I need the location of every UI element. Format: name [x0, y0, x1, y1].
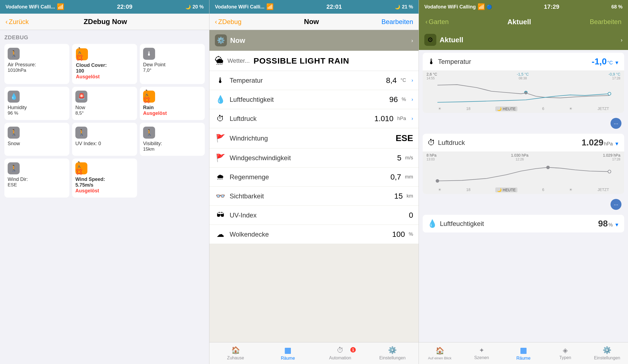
- zuhause-label-2: Zuhause: [227, 356, 244, 360]
- luftdruck-unit: hPa: [397, 116, 406, 121]
- ll-18: 18: [466, 187, 471, 192]
- row-windgeschwindigkeit: 🚩 Windgeschwindigkeit 5 m/s: [209, 148, 419, 168]
- temp-card-icon: 🌡: [428, 57, 435, 66]
- tab-auf-einen-blick[interactable]: 🏠 Auf einen Blick: [419, 347, 461, 360]
- card-snow: 🚶 Snow: [4, 123, 69, 156]
- auf-einen-blick-icon: 🏠: [436, 347, 444, 355]
- temp-chart-time-labels: ☀ 18 🌙 HEUTE 6 ☀ JETZT: [425, 106, 621, 112]
- einstellungen-label-3: Einstellungen: [594, 356, 620, 360]
- wifi-icon-3: 📶: [478, 3, 485, 10]
- einstellungen-label-2: Einstellungen: [379, 356, 405, 360]
- luftdruck-more-button[interactable]: ···: [611, 199, 621, 210]
- dew-point-icon: 🌡: [143, 48, 155, 60]
- status-bar-2: Vodafone WiFi Calli... 📶 22:01 🌙 21 %: [209, 0, 419, 14]
- temp-more-container: ···: [419, 116, 628, 131]
- temp-card-value-group: -1,0 °C ▼: [592, 56, 619, 67]
- luftdruck-chart-svg: [425, 161, 621, 186]
- temp-chart-container: 2,6 °C 14:55 -1,5 °C 08:38 -0,9 °C 17:28: [423, 70, 624, 113]
- row-luftfeuchtigkeit[interactable]: 💧 Luftfeuchtigkeit 96 % ›: [209, 90, 419, 109]
- nav-action-2[interactable]: Bearbeiten: [381, 18, 413, 26]
- ll-sun1: ☀: [438, 187, 442, 192]
- luftfeuchtigkeit-card-value-group: 98 % ▼: [598, 219, 619, 229]
- temp-card-value: -1,0: [592, 56, 607, 67]
- back-button-2[interactable]: ‹ ZDebug: [215, 18, 241, 26]
- svg-point-2: [525, 92, 527, 94]
- luftfeuchtigkeit-card-unit: %: [608, 222, 613, 228]
- card-empty: [140, 159, 205, 198]
- svg-point-5: [436, 180, 439, 183]
- row-temperatur[interactable]: 🌡 Temperatur 8,4 °C ›: [209, 71, 419, 90]
- luftdruck-card-label: Luftdruck: [438, 139, 465, 147]
- tab-szenen[interactable]: ✦ Szenen: [461, 347, 502, 360]
- back-button-1[interactable]: ‹ Zurück: [5, 18, 29, 26]
- temperatur-value: 8,4: [386, 76, 397, 85]
- windgeschwindigkeit-label: Windgeschwindigkeit: [230, 154, 393, 162]
- weather-banner-label: Wetter...: [227, 57, 250, 64]
- raeume-label-2: Räume: [281, 356, 295, 361]
- card-rain: 🚶💢 Rain Ausgelöst: [140, 87, 205, 120]
- windgeschwindigkeit-unit: m/s: [405, 155, 413, 161]
- typen-icon: ◈: [563, 347, 568, 354]
- row-luftdruck[interactable]: ⏱ Luftdruck 1.010 hPa ›: [209, 109, 419, 128]
- ll-6: 6: [542, 187, 544, 192]
- luftfeuchtigkeit-dropdown-icon[interactable]: ▼: [614, 222, 619, 228]
- card-humidity: 💧 Humidity 96 %: [4, 87, 69, 120]
- row-wolkendecke: ☁ Wolkendecke 100 %: [209, 225, 419, 244]
- luftdruck-dropdown-icon[interactable]: ▼: [614, 141, 619, 147]
- wind-speed-icon: 🚶💢: [75, 162, 87, 174]
- tab-einstellungen-3[interactable]: ⚙️ Einstellungen: [586, 346, 628, 360]
- p3-aktuell-icon: ⚙: [424, 34, 436, 46]
- luftdruck-card-unit: hPa: [604, 141, 613, 147]
- humidity-icon: 💧: [8, 91, 20, 103]
- luftdruck-label: Luftdruck: [230, 115, 371, 123]
- row-windrichtung: 🚩 Windrichtung ESE: [209, 128, 419, 148]
- tl-sun2: ☀: [569, 106, 573, 111]
- tl-18: 18: [466, 106, 471, 111]
- uv-index-label: UV Index: 0: [75, 141, 101, 147]
- tab-zuhause-2[interactable]: 🏠 Zuhause: [209, 346, 262, 360]
- temperatur-chevron-icon: ›: [411, 77, 413, 83]
- luftdruck-more-container: ···: [419, 197, 628, 212]
- back-button-3[interactable]: ‹ Garten: [425, 18, 449, 26]
- temp-label-2: -1,5 °C 08:38: [517, 72, 529, 80]
- tab-einstellungen-2[interactable]: ⚙️ Einstellungen: [366, 346, 419, 360]
- temp-dropdown-icon[interactable]: ▼: [614, 60, 619, 66]
- card-air-pressure: 🚶 Air Pressure: 1010hPa: [4, 44, 69, 84]
- panel-2: Vodafone WiFi Calli... 📶 22:01 🌙 21 % ‹ …: [209, 0, 419, 364]
- wind-dir-value: ESE: [8, 182, 17, 188]
- automation-label-2: Automation: [329, 356, 351, 360]
- row-sichtbarkeit: 👓 Sichtbarkeit 15 km: [209, 187, 419, 206]
- sichtbarkeit-icon: 👓: [215, 192, 226, 201]
- wind-speed-triggered: Ausgelöst: [75, 188, 99, 194]
- now-label: Now: [75, 105, 85, 111]
- dew-point-value: 7,0°: [143, 68, 151, 73]
- tab-automation-2[interactable]: ⏱ Automation 1: [314, 346, 366, 360]
- section-title-1: ZDEBUG: [4, 34, 205, 41]
- card-uv-index: 🚶 UV Index: 0: [72, 123, 137, 156]
- p3-aktuell-label: Aktuell: [440, 36, 463, 44]
- tab-raeume-3[interactable]: ▦ Räume: [502, 346, 544, 361]
- zuhause-icon-2: 🏠: [231, 346, 240, 354]
- szenen-label: Szenen: [474, 355, 489, 360]
- temp-more-button[interactable]: ···: [611, 118, 621, 129]
- moon-icon-2: 🌙: [395, 4, 400, 10]
- automation-icon-2: ⏱: [337, 346, 344, 354]
- szenen-icon: ✦: [479, 347, 484, 354]
- wind-speed-label: Wind Speed:: [75, 177, 105, 182]
- tab-typen[interactable]: ◈ Typen: [544, 347, 586, 360]
- tab-bar-2: 🏠 Zuhause ▦ Räume ⏱ Automation 1 ⚙️ Eins…: [209, 342, 419, 364]
- regenmenge-label: Regenmenge: [230, 173, 387, 181]
- wolkendecke-unit: %: [409, 231, 413, 237]
- luftdruck-card-header: ⏱ Luftdruck 1.029 hPa ▼: [423, 134, 624, 151]
- tab-raeume-2[interactable]: ▦ Räume: [262, 346, 314, 361]
- temp-card: 🌡 Temperatur -1,0 °C ▼ 2,6 °C 14:55: [423, 53, 624, 113]
- nav-action-3[interactable]: Bearbeiten: [590, 18, 621, 26]
- panel-1: Vodafone WiFi Calli... 📶 22:09 🌙 20 % ‹ …: [0, 0, 209, 364]
- raeume-icon-3: ▦: [520, 346, 527, 355]
- luftdruck-card-value: 1.029: [582, 138, 603, 148]
- wind-dir-icon: 🚶: [8, 162, 20, 174]
- wifi-icon-2: 📶: [266, 3, 274, 10]
- temp-label-1: 2,6 °C 14:55: [426, 72, 437, 80]
- carrier-1: Vodafone WiFi Calli...: [5, 4, 55, 10]
- nav-bar-2: ‹ ZDebug Now Bearbeiten: [209, 14, 419, 30]
